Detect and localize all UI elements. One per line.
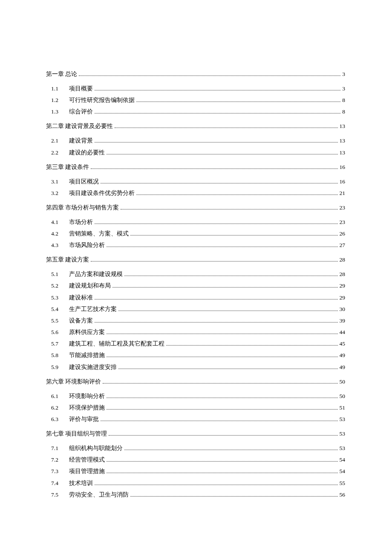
toc-leader-dots	[101, 421, 338, 421]
toc-section-title: 环境影响分析	[69, 392, 105, 400]
toc-section-title: 建筑工程、辅助工程及其它配套工程	[69, 340, 164, 348]
toc-page-number: 23	[340, 219, 346, 226]
toc-page-number: 44	[340, 329, 346, 336]
toc-section-number: 6.1	[51, 393, 63, 400]
toc-section-title: 项目建设条件优劣势分析	[69, 189, 135, 197]
toc-section-number: 5.7	[51, 340, 63, 347]
toc-leader-dots	[115, 128, 337, 128]
toc-section-number: 1.2	[51, 97, 63, 104]
toc-entry: 2.1建设背景13	[46, 137, 345, 145]
toc-chapter-title: 第四章 市场分析与销售方案	[46, 204, 119, 212]
toc-leader-dots	[107, 473, 338, 473]
toc-leader-dots	[95, 485, 338, 485]
toc-chapter-title: 第七章 项目组织与管理	[46, 430, 107, 438]
toc-page-number: 29	[340, 282, 346, 289]
toc-entry: 1.1项目概要3	[46, 85, 345, 93]
toc-section-title: 建设背景	[69, 137, 93, 145]
toc-leader-dots	[136, 102, 340, 102]
toc-section-number: 1.1	[51, 85, 63, 92]
toc-section-title: 生产工艺技术方案	[69, 305, 117, 313]
toc-entry: 5.6原料供应方案44	[46, 328, 345, 336]
toc-entry: 1.2可行性研究报告编制依据8	[46, 96, 345, 104]
toc-leader-dots	[95, 224, 338, 224]
toc-section-title: 产品方案和建设规模	[69, 270, 123, 278]
toc-section-title: 可行性研究报告编制依据	[69, 96, 135, 104]
toc-section-number: 5.1	[51, 271, 63, 278]
toc-leader-dots	[95, 142, 338, 142]
toc-entry: 7.5劳动安全、卫生与消防56	[46, 491, 345, 499]
toc-entry: 第四章 市场分析与销售方案23	[46, 204, 345, 212]
toc-page-number: 8	[342, 108, 345, 115]
toc-page-number: 13	[340, 123, 346, 130]
toc-section-number: 6.2	[51, 404, 63, 411]
toc-section-number: 5.6	[51, 329, 63, 336]
toc-section-number: 2.1	[51, 137, 63, 144]
toc-leader-dots	[95, 299, 338, 299]
toc-section-number: 1.3	[51, 108, 63, 115]
toc-section-number: 7.3	[51, 468, 63, 475]
toc-section-number: 7.5	[51, 491, 63, 498]
toc-entry: 5.8节能减排措施49	[46, 352, 345, 359]
toc-page-number: 28	[340, 271, 346, 278]
toc-leader-dots	[112, 287, 338, 288]
toc-page-number: 50	[340, 378, 346, 385]
toc-entry: 5.9建设实施进度安排49	[46, 363, 345, 371]
toc-page-number: 13	[340, 137, 346, 144]
toc-leader-dots	[95, 322, 338, 323]
toc-chapter-title: 第六章 环境影响评价	[46, 378, 101, 386]
toc-leader-dots	[124, 450, 338, 450]
toc-leader-dots	[95, 113, 340, 113]
toc-chapter-title: 第五章 建设方案	[46, 256, 89, 264]
toc-page-number: 26	[340, 230, 346, 237]
toc-entry: 7.3项目管理措施54	[46, 468, 345, 475]
toc-section-number: 5.3	[51, 294, 63, 301]
toc-section-title: 设备方案	[69, 317, 93, 325]
toc-leader-dots	[103, 383, 337, 384]
toc-leader-dots	[107, 461, 338, 462]
toc-entry: 5.2建设规划和布局29	[46, 282, 345, 290]
toc-page-number: 16	[340, 178, 346, 185]
toc-page-number: 21	[340, 190, 346, 197]
toc-entry: 5.4生产工艺技术方案30	[46, 305, 345, 313]
toc-page-number: 13	[340, 149, 346, 156]
toc-leader-dots	[130, 235, 338, 235]
toc-chapter-title: 第一章 总论	[46, 70, 77, 78]
toc-leader-dots	[107, 409, 338, 410]
toc-entry: 第三章 建设条件16	[46, 163, 345, 171]
toc-page-number: 53	[340, 430, 346, 437]
toc-page-number: 54	[340, 468, 346, 475]
toc-leader-dots	[118, 311, 338, 311]
toc-entry: 4.1市场分析23	[46, 218, 345, 226]
toc-leader-dots	[107, 357, 338, 357]
toc-page-number: 30	[340, 306, 346, 313]
toc-page-number: 45	[340, 340, 346, 347]
toc-entry: 第一章 总论3	[46, 70, 345, 78]
toc-entry: 5.5设备方案39	[46, 317, 345, 325]
toc-entry: 4.3市场风险分析27	[46, 241, 345, 249]
toc-entry: 4.2营销策略、方案、模式26	[46, 230, 345, 238]
toc-section-number: 4.2	[51, 230, 63, 237]
toc-page-number: 53	[340, 445, 346, 452]
toc-section-title: 劳动安全、卫生与消防	[69, 491, 129, 499]
toc-leader-dots	[124, 276, 338, 276]
toc-entry: 7.4技术培训55	[46, 479, 345, 487]
toc-page-number: 3	[342, 71, 345, 78]
toc-leader-dots	[79, 76, 340, 76]
toc-section-title: 经营管理模式	[69, 456, 105, 464]
toc-section-title: 综合评价	[69, 108, 93, 116]
toc-entry: 6.3评价与审批53	[46, 416, 345, 423]
toc-leader-dots	[91, 169, 337, 169]
toc-entry: 第六章 环境影响评价50	[46, 378, 345, 386]
toc-leader-dots	[109, 435, 337, 436]
toc-section-number: 5.9	[51, 364, 63, 371]
toc-section-title: 评价与审批	[69, 416, 99, 423]
toc-page-number: 50	[340, 393, 346, 400]
toc-section-number: 5.2	[51, 282, 63, 289]
toc-page-number: 27	[340, 242, 346, 249]
toc-page-number: 28	[340, 256, 346, 263]
toc-section-title: 项目管理措施	[69, 468, 105, 475]
toc-section-title: 建设的必要性	[69, 149, 105, 157]
toc-section-title: 环境保护措施	[69, 404, 105, 412]
toc-page-number: 39	[340, 317, 346, 324]
toc-section-number: 7.2	[51, 456, 63, 463]
